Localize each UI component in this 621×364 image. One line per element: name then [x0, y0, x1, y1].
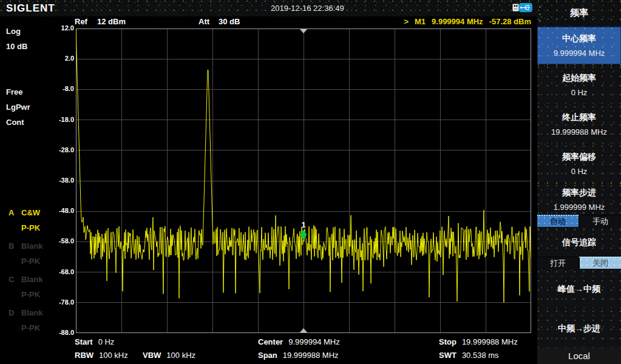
ref-label: Ref [75, 17, 87, 26]
usb-icon [519, 3, 532, 12]
annot-rbw: RBW100 kHz [75, 351, 128, 360]
annotation-label: Center [258, 337, 283, 346]
amplitude-setting-0: Log [6, 27, 21, 36]
annotation-value: 19.999988 MHz [283, 351, 339, 360]
spectrum-svg: 1 [76, 29, 531, 333]
trace-id: A [8, 208, 14, 217]
annotation-value: 9.999994 MHz [288, 337, 340, 346]
softkey-buttons: 中心频率9.999994 MHz起始频率0 Hz终止频率19.999988 MH… [537, 27, 621, 349]
softkey-5[interactable]: 信号追踪打开关闭 [537, 229, 621, 269]
softkey-panel: 频率 中心频率9.999994 MHz起始频率0 Hz终止频率19.999988… [537, 0, 621, 364]
trace-id: B [8, 241, 14, 251]
amplitude-setting-1: 10 dB [6, 42, 27, 51]
annotation-value: 100 kHz [99, 351, 128, 360]
softkey-1[interactable]: 起始频率0 Hz [537, 66, 621, 104]
trace-detector-label: P-PK [21, 223, 40, 232]
annot-center: Center9.999994 MHz [258, 337, 340, 346]
sweep-annotation-bar: Start0 HzCenter9.999994 MHzStop19.999988… [70, 334, 532, 364]
annotation-value: 30.538 ms [462, 351, 499, 360]
softkey-0[interactable]: 中心频率9.999994 MHz [537, 27, 621, 64]
y-tick-4: -28.0 [47, 146, 74, 153]
sweep-mode-2: Cont [6, 118, 24, 127]
trace-detector-label: P-PK [21, 290, 40, 299]
softkey-value: 0 Hz [571, 88, 588, 97]
softkey-value: 19.999988 MHz [551, 127, 607, 136]
softkey-label: 频率偏移 [562, 152, 596, 163]
toggle-option-1[interactable]: 关闭 [579, 257, 621, 269]
softkey-label: 中频→步进 [558, 323, 600, 334]
softkey-value: 9.999994 MHz [554, 49, 605, 58]
annot-stop: Stop19.999988 MHz [439, 337, 518, 346]
softkey-label: 中心频率 [562, 33, 596, 44]
storage-device-icon [512, 4, 519, 12]
softkey-6[interactable]: 峰值→中频 [537, 271, 621, 308]
y-tick-6: -48.0 [47, 207, 74, 214]
softkey-label: 终止频率 [562, 112, 596, 123]
softkey-7[interactable]: 中频→步进 [537, 310, 621, 348]
softkey-4[interactable]: 频率步进1.999999 MHz自动手动 [537, 184, 621, 227]
toggle-option-0[interactable]: 自动 [537, 215, 579, 227]
trace-mode: Blank [21, 241, 42, 251]
marker-name: M1 [415, 17, 426, 26]
y-tick-3: -18.0 [47, 116, 74, 123]
annotation-label: SWT [439, 351, 456, 360]
annot-span: Span19.999988 MHz [258, 351, 339, 360]
softkey-label: 峰值→中频 [558, 284, 600, 295]
center-freq-top-triangle-icon [300, 29, 307, 33]
top-status-bar: SIGLENT 2019-12-16 22:36:49 [0, 0, 537, 16]
att-value: 30 dB [219, 17, 240, 26]
annotation-value: 0 Hz [98, 337, 115, 346]
annotation-label: RBW [75, 351, 93, 360]
trace-detector-label: P-PK [21, 323, 40, 332]
trace-mode: Blank [21, 308, 42, 317]
annotation-label: VBW [143, 351, 161, 360]
measurement-readout-bar: Ref 12 dBm Att 30 dB > M1 9.999994 MHz -… [70, 16, 532, 28]
panel-grip-dots-icon [539, 6, 541, 22]
softkey-toggle: 自动手动 [537, 215, 621, 227]
softkey-label: 信号追踪 [562, 237, 596, 248]
softkey-value: 0 Hz [571, 167, 588, 176]
annotation-value: 100 kHz [166, 351, 195, 360]
softkey-2[interactable]: 终止频率19.999988 MHz [537, 106, 621, 143]
trace-mode: Blank [21, 275, 42, 284]
y-tick-8: -68.0 [47, 268, 74, 275]
toggle-option-1[interactable]: 手动 [579, 215, 621, 227]
marker-prefix: > [404, 17, 409, 26]
marker-frequency: 9.999994 MHz [432, 17, 483, 26]
softkey-value: 1.999999 MHz [554, 203, 605, 212]
annot-start: Start0 Hz [75, 337, 114, 346]
softkey-label: 起始频率 [562, 73, 596, 84]
softkey-toggle: 打开关闭 [537, 257, 621, 269]
softkey-menu-title: 频率 [537, 0, 621, 25]
ref-value: 12 dBm [97, 17, 126, 26]
brand-logo: SIGLENT [6, 2, 55, 15]
trace-id: D [8, 308, 14, 317]
marker-1-label: 1 [301, 220, 305, 229]
annotation-value: 19.999988 MHz [462, 337, 518, 346]
trace-mode: C&W [21, 208, 40, 217]
y-tick-1: 2.0 [47, 55, 74, 62]
annot-vbw: VBW100 kHz [143, 351, 195, 360]
analyzer-screen: SIGLENT 2019-12-16 22:36:49 Ref 12 dBm A… [0, 0, 621, 364]
annotation-label: Stop [439, 337, 456, 346]
annot-swt: SWT30.538 ms [439, 351, 499, 360]
annotation-label: Start [75, 337, 93, 346]
y-tick-5: -38.0 [47, 177, 74, 184]
y-tick-0: 12.0 [47, 24, 74, 32]
sweep-mode-1: LgPwr [6, 103, 30, 112]
y-tick-2: -8.0 [47, 85, 74, 92]
toggle-option-0[interactable]: 打开 [537, 257, 579, 269]
marker-level: -57.28 dBm [489, 17, 531, 26]
y-tick-7: -58.0 [47, 237, 74, 244]
center-freq-bottom-triangle-icon [300, 328, 307, 332]
softkey-3[interactable]: 频率偏移0 Hz [537, 145, 621, 183]
local-button[interactable]: Local [537, 348, 621, 364]
clock-text: 2019-12-16 22:36:49 [271, 4, 344, 13]
marker-readout: > M1 9.999994 MHz -57.28 dBm [404, 17, 531, 26]
sweep-mode-0: Free [6, 87, 22, 96]
annotation-label: Span [258, 351, 277, 360]
att-label: Att [199, 17, 209, 26]
softkey-label: 频率步进 [562, 187, 596, 198]
trace-id: C [8, 275, 14, 284]
trace-detector-label: P-PK [21, 257, 40, 266]
